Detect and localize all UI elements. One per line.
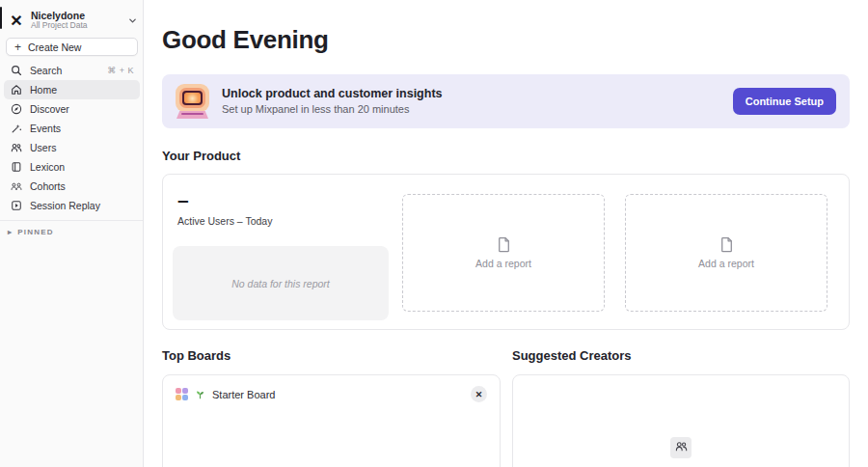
main-content: Good Evening Unlock product and customer… xyxy=(144,0,868,467)
sidebar-item-label: Lexicon xyxy=(30,161,65,173)
board-grid-icon xyxy=(176,388,188,400)
sidebar-item-events[interactable]: Events xyxy=(4,119,140,138)
top-boards-heading: Top Boards xyxy=(162,348,231,363)
sidebar-nav: Search ⌘ + K Home Discover Events xyxy=(4,61,140,215)
events-icon xyxy=(10,122,22,134)
sidebar-item-search[interactable]: Search ⌘ + K xyxy=(4,61,140,80)
banner-subtitle: Set up Mixpanel in less than 20 minutes xyxy=(222,102,733,117)
sidebar-item-label: Cohorts xyxy=(30,180,66,192)
your-product-heading: Your Product xyxy=(162,149,240,163)
scrollbar-thumb[interactable] xyxy=(0,7,2,29)
setup-banner: Unlock product and customer insights Set… xyxy=(162,74,850,128)
plus-icon: + xyxy=(14,41,21,53)
sidebar-item-label: Users xyxy=(30,142,56,153)
home-icon xyxy=(10,83,22,96)
discover-icon xyxy=(10,102,22,115)
pinned-label: PINNED xyxy=(17,228,53,236)
create-new-button[interactable]: + Create New xyxy=(6,38,138,56)
continue-setup-button[interactable]: Continue Setup xyxy=(733,88,836,115)
project-subtitle: All Project Data xyxy=(31,21,128,31)
suggested-creators-card xyxy=(512,374,850,467)
sidebar-item-cohorts[interactable]: Cohorts xyxy=(4,177,140,196)
report-empty-state: No data for this report xyxy=(173,246,389,320)
sidebar-item-home[interactable]: Home xyxy=(4,80,140,99)
app-logo-icon: ✕ xyxy=(8,12,25,29)
users-icon xyxy=(675,439,688,456)
pinned-section-toggle[interactable]: ▸ PINNED xyxy=(8,228,54,236)
board-list-item[interactable]: Starter Board ✕ xyxy=(163,375,500,413)
sidebar-item-label: Events xyxy=(30,123,61,134)
top-boards-card: Starter Board ✕ xyxy=(162,374,501,467)
session-replay-icon xyxy=(10,199,22,211)
add-report-label: Add a report xyxy=(475,258,531,269)
add-report-card[interactable]: Add a report xyxy=(402,194,605,312)
your-product-card: – Active Users – Today No data for this … xyxy=(162,174,850,330)
document-icon xyxy=(497,236,511,253)
board-owner-avatar: ✕ xyxy=(471,386,487,402)
banner-title: Unlock product and customer insights xyxy=(222,86,733,102)
search-label: Search xyxy=(30,65,62,76)
document-icon xyxy=(719,236,734,253)
seedling-icon xyxy=(195,389,205,399)
users-icon xyxy=(10,141,22,153)
laptop-glow-illustration-icon xyxy=(176,82,209,121)
cohorts-icon xyxy=(10,179,22,192)
search-shortcut: ⌘ + K xyxy=(107,66,134,75)
sidebar-divider xyxy=(0,220,143,221)
suggested-creators-heading: Suggested Creators xyxy=(512,348,632,363)
sidebar-item-label: Home xyxy=(30,84,57,96)
add-report-label: Add a report xyxy=(698,258,754,269)
board-name: Starter Board xyxy=(212,389,275,400)
report-label[interactable]: Active Users – Today xyxy=(177,215,272,227)
project-switcher[interactable]: ✕ Nicelydone All Project Data xyxy=(8,8,137,33)
create-new-label: Create New xyxy=(28,41,81,53)
page-title: Good Evening xyxy=(162,25,329,55)
sidebar-item-label: Discover xyxy=(30,103,69,115)
mixpanel-home-page: ✕ Nicelydone All Project Data + Create N… xyxy=(0,0,868,467)
add-report-card[interactable]: Add a report xyxy=(625,194,827,312)
chevron-right-icon: ▸ xyxy=(8,228,13,236)
sidebar-item-session-replay[interactable]: Session Replay xyxy=(4,196,140,215)
sidebar-item-label: Session Replay xyxy=(30,200,100,211)
sidebar-item-users[interactable]: Users xyxy=(4,138,140,157)
empty-state-message: No data for this report xyxy=(231,278,330,289)
creators-placeholder xyxy=(670,437,692,458)
report-value: – xyxy=(177,188,189,211)
chevron-down-icon xyxy=(128,16,137,25)
search-icon xyxy=(10,64,22,76)
lexicon-icon xyxy=(10,160,22,173)
sidebar: ✕ Nicelydone All Project Data + Create N… xyxy=(0,0,144,467)
sidebar-item-discover[interactable]: Discover xyxy=(4,99,140,119)
sidebar-item-lexicon[interactable]: Lexicon xyxy=(4,157,140,177)
